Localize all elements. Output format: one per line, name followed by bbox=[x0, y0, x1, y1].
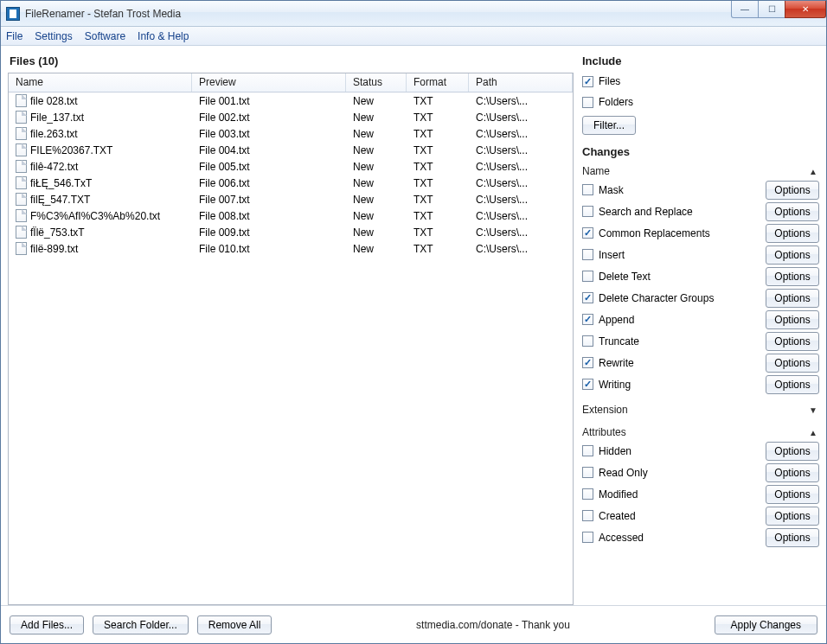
add-files-button[interactable]: Add Files... bbox=[10, 615, 84, 634]
col-format[interactable]: Format bbox=[407, 73, 469, 92]
cell-format: TXT bbox=[407, 177, 469, 189]
bottom-toolbar: Add Files... Search Folder... Remove All… bbox=[1, 605, 826, 643]
table-row[interactable]: file 028.txtFile 001.txtNewTXTC:\Users\.… bbox=[9, 92, 573, 109]
option-checkbox[interactable] bbox=[582, 271, 593, 282]
file-icon bbox=[16, 209, 27, 222]
options-button[interactable]: Options bbox=[766, 354, 819, 373]
options-button[interactable]: Options bbox=[766, 245, 819, 265]
option-checkbox[interactable] bbox=[582, 184, 593, 195]
attributes-options-list: HiddenOptionsRead OnlyOptionsModifiedOpt… bbox=[580, 440, 819, 548]
options-button[interactable]: Options bbox=[766, 507, 819, 526]
cell-status: New bbox=[346, 194, 407, 206]
option-row: Delete Character GroupsOptions bbox=[580, 287, 819, 309]
include-files-label: Files bbox=[599, 75, 620, 87]
options-button[interactable]: Options bbox=[766, 442, 819, 461]
option-checkbox[interactable] bbox=[582, 510, 593, 521]
cell-format: TXT bbox=[407, 243, 469, 255]
options-button[interactable]: Options bbox=[766, 528, 819, 547]
include-files-row[interactable]: Files bbox=[580, 71, 819, 92]
options-button[interactable]: Options bbox=[766, 485, 819, 504]
attributes-section-label: Attributes bbox=[582, 426, 626, 438]
col-preview[interactable]: Preview bbox=[192, 73, 346, 92]
options-button[interactable]: Options bbox=[766, 375, 819, 394]
cell-format: TXT bbox=[407, 112, 469, 124]
maximize-button[interactable]: ☐ bbox=[758, 1, 785, 18]
close-button[interactable]: ✕ bbox=[785, 1, 826, 18]
option-checkbox[interactable] bbox=[582, 467, 593, 478]
option-checkbox[interactable] bbox=[582, 488, 593, 500]
cell-preview: File 009.txt bbox=[192, 226, 346, 239]
cell-path: C:\Users\... bbox=[469, 226, 573, 239]
table-row[interactable]: file.263.txtFile 003.txtNewTXTC:\Users\.… bbox=[9, 125, 573, 142]
cell-preview: File 003.txt bbox=[192, 128, 346, 140]
table-row[interactable]: filê-472.txtFile 005.txtNewTXTC:\Users\.… bbox=[9, 158, 573, 175]
options-button[interactable]: Options bbox=[766, 310, 819, 329]
menu-software[interactable]: Software bbox=[85, 30, 125, 42]
options-button[interactable]: Options bbox=[766, 267, 819, 286]
options-button[interactable]: Options bbox=[766, 202, 819, 221]
option-checkbox[interactable] bbox=[582, 249, 593, 260]
option-checkbox[interactable] bbox=[582, 206, 593, 217]
cell-format: TXT bbox=[407, 210, 469, 222]
cell-preview: File 010.txt bbox=[192, 243, 346, 255]
option-row: CreatedOptions bbox=[580, 505, 819, 526]
apply-changes-button[interactable]: Apply Changes bbox=[715, 615, 817, 634]
cell-name: file.263.txt bbox=[30, 128, 78, 140]
table-row[interactable]: FILE%20367.TXTFile 004.txtNewTXTC:\Users… bbox=[9, 142, 573, 158]
menu-file[interactable]: File bbox=[6, 30, 22, 42]
cell-preview: File 004.txt bbox=[192, 144, 346, 156]
file-icon bbox=[16, 160, 27, 173]
cell-format: TXT bbox=[407, 95, 469, 107]
col-path[interactable]: Path bbox=[469, 73, 573, 92]
table-row[interactable]: fiŁĘ_546.TxTFile 006.txtNewTXTC:\Users\.… bbox=[9, 175, 573, 191]
table-row[interactable]: fÏlë_753.txTFile 009.txtNewTXTC:\Users\.… bbox=[9, 224, 573, 240]
cell-status: New bbox=[346, 177, 407, 189]
table-row[interactable]: filĘ_547.TXTFile 007.txtNewTXTC:\Users\.… bbox=[9, 191, 573, 207]
search-folder-button[interactable]: Search Folder... bbox=[93, 615, 189, 634]
cell-format: TXT bbox=[407, 144, 469, 156]
option-label: Delete Character Groups bbox=[599, 292, 714, 304]
option-checkbox[interactable] bbox=[582, 357, 593, 368]
filter-button[interactable]: Filter... bbox=[582, 116, 636, 135]
table-row[interactable]: F%C3%AfI%C3%Ab%20.txtFile 008.txtNewTXTC… bbox=[9, 207, 573, 224]
options-button[interactable]: Options bbox=[766, 181, 819, 200]
col-name[interactable]: Name bbox=[9, 73, 192, 92]
titlebar: FileRenamer - Stefan Trost Media — ☐ ✕ bbox=[1, 1, 826, 27]
table-row[interactable]: File_137.txtFile 002.txtNewTXTC:\Users\.… bbox=[9, 109, 573, 125]
extension-section-header[interactable]: Extension ▼ bbox=[580, 400, 819, 418]
include-folders-row[interactable]: Folders bbox=[580, 92, 819, 112]
options-button[interactable]: Options bbox=[766, 332, 819, 351]
file-icon bbox=[16, 193, 27, 206]
menu-info-help[interactable]: Info & Help bbox=[138, 30, 189, 42]
option-checkbox[interactable] bbox=[582, 292, 593, 303]
remove-all-button[interactable]: Remove All bbox=[197, 615, 272, 634]
option-checkbox[interactable] bbox=[582, 445, 593, 456]
option-checkbox[interactable] bbox=[582, 314, 593, 325]
menu-settings[interactable]: Settings bbox=[35, 30, 72, 42]
cell-path: C:\Users\... bbox=[469, 95, 573, 107]
options-button[interactable]: Options bbox=[766, 463, 819, 482]
include-folders-label: Folders bbox=[599, 96, 633, 108]
name-section-header[interactable]: Name ▲ bbox=[580, 162, 819, 179]
options-button[interactable]: Options bbox=[766, 289, 819, 308]
cell-name: File_137.txt bbox=[30, 112, 84, 124]
option-checkbox[interactable] bbox=[582, 532, 593, 543]
side-panel: Include Files Folders Filter... Changes … bbox=[580, 51, 819, 605]
cell-name: F%C3%AfI%C3%Ab%20.txt bbox=[30, 210, 160, 222]
col-status[interactable]: Status bbox=[346, 73, 407, 92]
include-folders-checkbox[interactable] bbox=[582, 97, 593, 108]
cell-status: New bbox=[346, 226, 407, 239]
client-area: Files (10) Name Preview Status Format Pa… bbox=[1, 46, 826, 605]
include-files-checkbox[interactable] bbox=[582, 76, 593, 87]
options-button[interactable]: Options bbox=[766, 224, 819, 243]
minimize-button[interactable]: — bbox=[731, 1, 759, 18]
option-row: MaskOptions bbox=[580, 179, 819, 201]
option-checkbox[interactable] bbox=[582, 379, 593, 390]
cell-preview: File 002.txt bbox=[192, 112, 346, 124]
option-checkbox[interactable] bbox=[582, 335, 593, 347]
table-row[interactable]: filë-899.txtFile 010.txtNewTXTC:\Users\.… bbox=[9, 240, 573, 257]
option-checkbox[interactable] bbox=[582, 227, 593, 239]
option-label: Modified bbox=[599, 488, 638, 501]
attributes-section-header[interactable]: Attributes ▲ bbox=[580, 423, 819, 440]
name-section-label: Name bbox=[582, 165, 610, 177]
